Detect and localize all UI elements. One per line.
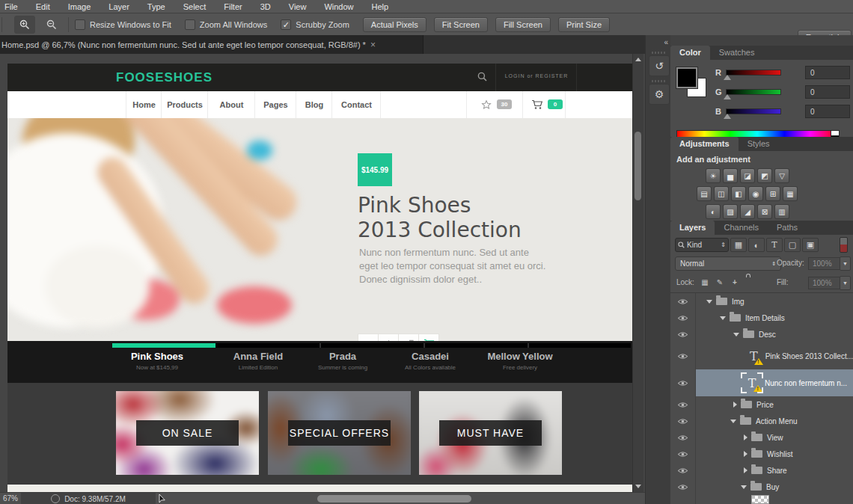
scrubby-zoom-checkbox[interactable]: ✓ Scrubby Zoom: [281, 19, 349, 30]
threshold-icon[interactable]: ◢: [741, 205, 754, 218]
adjustment-layer-filter-icon[interactable]: ◐: [748, 238, 765, 252]
zoom-level[interactable]: 67%: [3, 494, 18, 503]
lock-paint-icon[interactable]: ✎: [714, 276, 726, 288]
print-size-button[interactable]: Print Size: [558, 17, 610, 32]
pixel-layer-filter-icon[interactable]: ▦: [730, 238, 747, 252]
tab-layers[interactable]: Layers: [670, 221, 715, 235]
menu-type[interactable]: Type: [138, 2, 174, 11]
blue-slider[interactable]: [726, 108, 781, 114]
promo-tile-on-sale[interactable]: ON SALE: [116, 391, 259, 475]
fill-screen-button[interactable]: Fill Screen: [495, 17, 551, 32]
tab-adjustments[interactable]: Adjustments: [670, 137, 739, 151]
red-value-field[interactable]: 0: [805, 66, 850, 79]
levels-icon[interactable]: ▅: [724, 169, 737, 182]
brightness-contrast-icon[interactable]: ☀: [706, 169, 720, 182]
nav-about[interactable]: About: [207, 91, 255, 118]
zoom-out-tool-button[interactable]: [41, 16, 62, 34]
favorites-star-icon[interactable]: [481, 99, 492, 110]
layer-visibility-toggle[interactable]: [670, 495, 696, 504]
invert-icon[interactable]: ◐: [706, 205, 720, 218]
document-tab[interactable]: Home.psd @ 66,7% (Nunc non fermentum nun…: [0, 35, 424, 54]
tab-channels[interactable]: Channels: [715, 221, 767, 235]
channel-mixer-icon[interactable]: ⊞: [766, 187, 780, 200]
tab-styles[interactable]: Styles: [739, 137, 779, 151]
collapse-triangle-icon[interactable]: [733, 333, 739, 336]
collapse-panels-button[interactable]: «: [664, 38, 668, 46]
layer-row-price[interactable]: Price: [670, 396, 853, 414]
fill-dropdown-icon[interactable]: ▼: [840, 276, 851, 290]
search-icon[interactable]: [477, 72, 487, 82]
posterize-icon[interactable]: ▨: [724, 205, 737, 218]
layer-row-buy[interactable]: Buy: [670, 479, 853, 496]
foreground-background-swatches[interactable]: [676, 67, 711, 102]
brand-item[interactable]: Casadei All Colors available: [378, 351, 483, 371]
menu-3d[interactable]: 3D: [251, 2, 280, 11]
menu-view[interactable]: View: [280, 2, 316, 11]
tab-swatches[interactable]: Swatches: [710, 46, 764, 60]
expand-triangle-icon[interactable]: [733, 402, 737, 408]
checkbox-checked[interactable]: ✓: [281, 19, 291, 30]
layer-row-item-details[interactable]: Item Details: [670, 310, 853, 327]
promo-tile-must-have[interactable]: MUST HAVE: [419, 391, 562, 475]
smart-object-filter-icon[interactable]: ▣: [802, 238, 819, 252]
nav-contact[interactable]: Contact: [331, 91, 381, 118]
collapse-triangle-icon[interactable]: [706, 300, 712, 304]
expand-triangle-icon[interactable]: [744, 467, 747, 473]
expand-triangle-icon[interactable]: [744, 434, 747, 440]
expand-triangle-icon[interactable]: [744, 451, 747, 457]
nav-pages[interactable]: Pages: [254, 91, 296, 118]
layer-row-desc[interactable]: Desc: [670, 326, 853, 343]
canvas-vertical-scrollbar[interactable]: [632, 54, 643, 492]
layer-visibility-toggle[interactable]: [670, 462, 696, 479]
blend-mode-select[interactable]: Normal ⇕: [675, 256, 781, 271]
collapse-triangle-icon[interactable]: [730, 420, 736, 423]
scroll-down-icon[interactable]: [635, 485, 641, 488]
properties-panel-button[interactable]: ⚙: [649, 84, 670, 105]
zoom-in-tool-button[interactable]: [14, 16, 35, 34]
opacity-value-field[interactable]: 100%: [808, 257, 843, 270]
layer-visibility-toggle[interactable]: [670, 413, 696, 429]
resize-windows-checkbox[interactable]: Resize Windows to Fit: [75, 19, 171, 30]
layer-visibility-toggle[interactable]: [670, 326, 696, 342]
shape-layer-filter-icon[interactable]: ▢: [784, 238, 801, 252]
kind-filter-select[interactable]: Kind ⇕: [675, 238, 729, 252]
fit-screen-button[interactable]: Fit Screen: [434, 17, 488, 32]
opacity-dropdown-icon[interactable]: ▼: [840, 256, 851, 271]
brand-item[interactable]: Mellow Yellow Free delivery: [468, 351, 572, 371]
black-white-icon[interactable]: ◧: [732, 187, 745, 200]
fill-value-field[interactable]: 100%: [808, 277, 843, 289]
history-panel-button[interactable]: ↺: [649, 55, 670, 76]
selective-color-icon[interactable]: ⊠: [758, 205, 771, 218]
promo-tile-special-offers[interactable]: SPECIAL OFFERS: [268, 391, 411, 475]
scrollbar-thumb[interactable]: [635, 132, 641, 200]
zoom-all-windows-checkbox[interactable]: Zoom All Windows: [185, 19, 267, 30]
green-slider-thumb[interactable]: [724, 94, 731, 99]
color-lookup-icon[interactable]: ▦: [783, 187, 797, 200]
hue-saturation-icon[interactable]: ▤: [697, 187, 711, 200]
layer-row-title-text[interactable]: T Pink Shoes 2013 Collect...: [670, 342, 853, 370]
tab-paths[interactable]: Paths: [768, 221, 807, 235]
menu-image[interactable]: Image: [59, 2, 100, 11]
lock-move-icon[interactable]: +: [729, 276, 741, 288]
blue-slider-thumb[interactable]: [724, 114, 731, 119]
blue-value-field[interactable]: 0: [805, 105, 850, 118]
photo-filter-icon[interactable]: ◉: [749, 187, 762, 200]
layer-visibility-toggle[interactable]: [670, 446, 696, 462]
nav-home[interactable]: Home: [126, 91, 162, 118]
layer-filter-switch[interactable]: [840, 237, 848, 253]
foreground-color-swatch[interactable]: [676, 67, 697, 88]
layer-row-share[interactable]: Share: [670, 462, 853, 479]
nav-blog[interactable]: Blog: [296, 91, 332, 118]
layer-visibility-toggle[interactable]: [670, 479, 696, 495]
collapse-triangle-icon[interactable]: [720, 316, 726, 320]
color-balance-icon[interactable]: ◫: [715, 187, 728, 200]
collapse-triangle-icon[interactable]: [741, 485, 747, 489]
close-tab-icon[interactable]: ×: [370, 40, 376, 50]
menu-window[interactable]: Window: [315, 2, 362, 11]
curves-icon[interactable]: ◪: [741, 169, 754, 182]
layer-row-desc-text-selected[interactable]: T Nunc non fermentum n...: [670, 369, 853, 397]
scroll-up-icon[interactable]: [635, 58, 641, 61]
type-layer-filter-icon[interactable]: T: [766, 238, 783, 252]
layer-row-view[interactable]: View: [670, 429, 853, 446]
checkbox-unchecked[interactable]: [75, 19, 85, 30]
